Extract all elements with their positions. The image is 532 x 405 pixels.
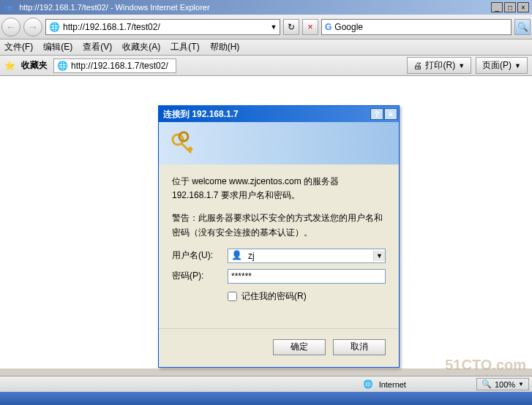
user-icon: 👤 xyxy=(228,249,245,262)
search-input[interactable] xyxy=(334,22,511,32)
password-label: 密码(P): xyxy=(172,269,228,283)
browser-tab[interactable]: 🌐 http://192.168.1.7/test02/ xyxy=(53,58,176,73)
back-button[interactable]: ← xyxy=(1,18,20,37)
close-button[interactable]: × xyxy=(517,2,529,12)
dialog-help-button[interactable]: ? xyxy=(370,108,383,120)
menu-view[interactable]: 查看(V) xyxy=(83,41,112,53)
printer-icon: 🖨 xyxy=(413,61,422,71)
print-button[interactable]: 🖨 打印(R) ▼ xyxy=(407,57,471,74)
page-icon: 🌐 xyxy=(46,22,63,32)
favorites-label[interactable]: 收藏夹 xyxy=(21,59,48,72)
dropdown-icon: ▼ xyxy=(514,62,521,69)
maximize-button[interactable]: □ xyxy=(504,2,516,12)
dropdown-icon: ▼ xyxy=(458,62,465,69)
forward-button[interactable]: → xyxy=(23,18,42,37)
address-dropdown[interactable]: ▼ xyxy=(268,23,280,31)
dialog-message-1: 位于 welcome www.zjcentos.com 的服务器 192.168… xyxy=(172,175,386,202)
menu-help[interactable]: 帮助(H) xyxy=(210,41,240,53)
page-button[interactable]: 页面(P) ▼ xyxy=(476,57,528,74)
google-icon: G xyxy=(322,22,334,32)
cancel-button[interactable]: 取消 xyxy=(333,339,386,355)
menu-favorites[interactable]: 收藏夹(A) xyxy=(122,41,160,53)
stop-button[interactable]: × xyxy=(302,19,318,35)
refresh-button[interactable]: ↻ xyxy=(283,19,299,35)
ie-icon: ⟮e⟯ xyxy=(3,3,16,12)
menu-file[interactable]: 文件(F) xyxy=(4,41,33,53)
dialog-banner xyxy=(159,122,399,164)
taskbar xyxy=(0,392,532,405)
status-bar: 🌐 Internet 🔍 100% ▼ xyxy=(0,376,532,392)
navigation-toolbar: ← → 🌐 ▼ ↻ × G 🔍 xyxy=(0,15,532,39)
tab-title: http://192.168.1.7/test02/ xyxy=(71,61,168,71)
search-bar[interactable]: G xyxy=(321,19,512,35)
password-field[interactable] xyxy=(228,269,386,284)
dialog-title: 连接到 192.168.1.7 xyxy=(163,108,239,121)
ok-button[interactable]: 确定 xyxy=(273,339,326,355)
menu-edit[interactable]: 编辑(E) xyxy=(43,41,72,53)
favorites-bar: ⭐ 收藏夹 🌐 http://192.168.1.7/test02/ 🖨 打印(… xyxy=(0,56,532,76)
address-input[interactable] xyxy=(63,22,268,32)
auth-dialog: 连接到 192.168.1.7 ? × 位于 welcome www.zjcen… xyxy=(158,105,400,368)
tab-icon: 🌐 xyxy=(57,61,68,71)
keys-icon xyxy=(169,129,198,159)
zoom-value: 100% xyxy=(495,380,515,389)
content-area: 连接到 192.168.1.7 ? × 位于 welcome www.zjcen… xyxy=(0,76,532,368)
zoom-control[interactable]: 🔍 100% ▼ xyxy=(476,378,529,390)
window-title: http://192.168.1.7/test02/ - Windows Int… xyxy=(19,3,209,12)
zoom-icon: 🔍 xyxy=(482,379,492,389)
zone-label: Internet xyxy=(379,380,406,389)
menu-bar: 文件(F) 编辑(E) 查看(V) 收藏夹(A) 工具(T) 帮助(H) xyxy=(0,39,532,56)
remember-label: 记住我的密码(R) xyxy=(241,289,307,303)
favorites-star-icon: ⭐ xyxy=(4,61,15,71)
dialog-titlebar: 连接到 192.168.1.7 ? × xyxy=(159,106,399,122)
username-field[interactable]: 👤 ▼ xyxy=(228,249,386,263)
dialog-close-button[interactable]: × xyxy=(384,108,397,120)
username-input[interactable] xyxy=(245,251,373,261)
search-go-button[interactable]: 🔍 xyxy=(514,19,531,35)
remember-checkbox[interactable] xyxy=(228,292,237,301)
username-label: 用户名(U): xyxy=(172,249,228,262)
password-input[interactable] xyxy=(228,271,385,281)
username-dropdown[interactable]: ▼ xyxy=(373,251,385,261)
globe-icon: 🌐 xyxy=(363,379,373,389)
window-titlebar: ⟮e⟯ http://192.168.1.7/test02/ - Windows… xyxy=(0,0,532,15)
address-bar[interactable]: 🌐 ▼ xyxy=(45,19,280,35)
dialog-warning: 警告：此服务器要求以不安全的方式发送您的用户名和密码（没有安全连接的基本认证）。 xyxy=(172,211,386,239)
menu-tools[interactable]: 工具(T) xyxy=(171,41,199,53)
minimize-button[interactable]: _ xyxy=(491,2,503,12)
